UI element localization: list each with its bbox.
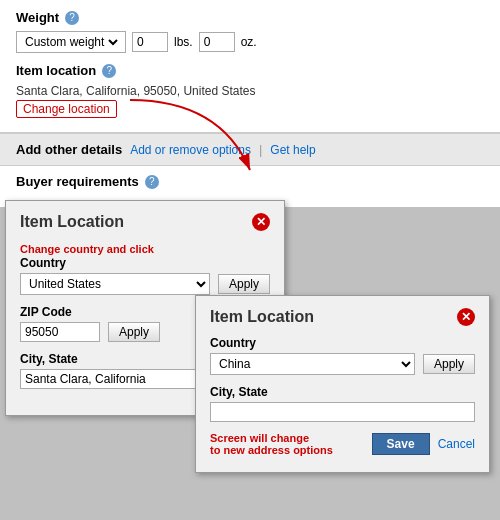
location-address: Santa Clara, California, 95050, United S… [16,84,484,98]
add-details-title: Add other details [16,142,122,157]
add-remove-options-link[interactable]: Add or remove options [130,143,251,157]
weight-section-header: Weight ? [16,10,484,25]
dialog2-city-state-label: City, State [210,385,475,399]
dialog1-country-apply-button[interactable]: Apply [218,274,270,294]
dialog2-country-apply-button[interactable]: Apply [423,354,475,374]
dialog1-country-row: United States Apply [20,273,270,295]
item-location-section: Item location ? Santa Clara, California,… [16,63,484,118]
item-location-dialog-2: Item Location ✕ Country China Apply City… [195,295,490,473]
add-details-section: Add other details Add or remove options … [0,133,500,166]
lbs-label: lbs. [174,35,193,49]
get-help-link[interactable]: Get help [270,143,315,157]
weight-help-icon[interactable]: ? [65,11,79,25]
dialog1-country-select[interactable]: United States [20,273,210,295]
dialog2-save-cancel-row: Screen will change to new address option… [210,432,475,456]
pipe-separator: | [259,142,262,157]
dialog2-title: Item Location [210,308,314,326]
dialog2-close-button[interactable]: ✕ [457,308,475,326]
location-help-icon[interactable]: ? [102,64,116,78]
dialog2-city-state-input[interactable] [210,402,475,422]
weight-type-select[interactable]: Custom weight [16,31,126,53]
main-page: Weight ? Custom weight lbs. oz. Item loc… [0,0,500,133]
oz-input[interactable] [199,32,235,52]
dialog2-save-button[interactable]: Save [372,433,430,455]
weight-row: Custom weight lbs. oz. [16,31,484,53]
dialog1-close-button[interactable]: ✕ [252,213,270,231]
item-location-header: Item location ? [16,63,484,78]
dialog2-country-label: Country [210,336,475,350]
dialog2-city-state-section: City, State [210,385,475,422]
buyer-req-label: Buyer requirements [16,174,139,189]
item-location-label: Item location [16,63,96,78]
dialog1-title: Item Location [20,213,124,231]
change-location-button[interactable]: Change location [16,100,117,118]
oz-label: oz. [241,35,257,49]
dialog2-header: Item Location ✕ [210,308,475,326]
screen-change-hint: Screen will change to new address option… [210,432,364,456]
buyer-req-header: Buyer requirements ? [16,174,484,189]
dialog1-country-label: Country [20,256,270,270]
dialog2-country-row: China Apply [210,353,475,375]
dialog1-zip-apply-button[interactable]: Apply [108,322,160,342]
weight-select-input[interactable]: Custom weight [21,34,121,50]
change-country-hint: Change country and click [20,243,154,255]
lbs-input[interactable] [132,32,168,52]
buyer-req-help-icon[interactable]: ? [145,175,159,189]
dialog1-header: Item Location ✕ [20,213,270,231]
dialog2-cancel-button[interactable]: Cancel [438,437,475,451]
weight-label: Weight [16,10,59,25]
dialog2-country-select[interactable]: China [210,353,415,375]
dialog1-zip-input[interactable] [20,322,100,342]
